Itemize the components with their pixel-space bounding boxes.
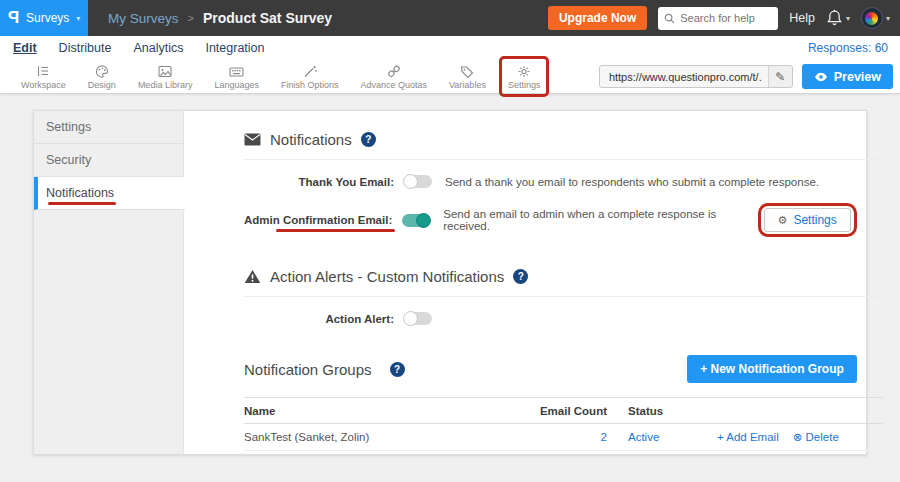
new-notification-group-button[interactable]: + New Notification Group	[687, 355, 857, 383]
toolbar-label: Settings	[508, 80, 541, 90]
delete-circle-icon: ⊗	[793, 430, 803, 444]
sidebar-item-settings[interactable]: Settings	[34, 111, 183, 144]
help-link[interactable]: Help	[789, 11, 815, 25]
help-search[interactable]	[658, 7, 778, 30]
toolbar-label: Advance Quotas	[360, 80, 427, 90]
help-question-icon[interactable]: ?	[361, 132, 376, 147]
chain-links-icon	[386, 64, 402, 79]
group-name: SankTest (Sanket, Zolin)	[244, 431, 497, 443]
top-bar: P Surveys ▾ My Surveys > Product Sat Sur…	[0, 0, 900, 36]
toolbar-workspace[interactable]: Workspace	[10, 60, 77, 94]
edit-toolbar: Workspace Design Media Library Languages…	[0, 60, 900, 94]
workspace-icon	[35, 64, 51, 79]
preview-button[interactable]: Preview	[802, 64, 893, 89]
toolbar-design[interactable]: Design	[77, 60, 127, 94]
delete-link[interactable]: ⊗ Delete	[793, 431, 839, 443]
section-title: Notifications	[270, 131, 352, 148]
help-question-icon[interactable]: ?	[390, 362, 405, 377]
bell-icon	[826, 9, 843, 27]
tab-analytics[interactable]: Analytics	[122, 41, 194, 55]
action-alerts-section-header: Action Alerts - Custom Notifications ?	[244, 268, 883, 285]
toolbar-label: Variables	[449, 80, 486, 90]
table-header-row: Name Email Count Status	[244, 397, 883, 424]
search-icon	[664, 13, 675, 24]
toolbar-languages[interactable]: Languages	[203, 60, 270, 94]
responses-count[interactable]: Responses: 60	[808, 41, 888, 55]
label-text: Admin Confirmation Email:	[244, 214, 392, 226]
settings-sidebar: Settings Security Notifications	[34, 111, 184, 454]
breadcrumb: My Surveys > Product Sat Survey	[108, 10, 332, 26]
chevron-down-icon: ▾	[886, 14, 890, 23]
header-email-count: Email Count	[497, 405, 607, 417]
tab-distribute[interactable]: Distribute	[48, 41, 123, 55]
toolbar-variables[interactable]: Variables	[438, 60, 497, 94]
warning-triangle-icon	[244, 269, 261, 284]
edit-url-pencil-icon[interactable]: ✎	[768, 66, 792, 87]
notifications-content: Notifications ? Thank You Email: Send a …	[184, 111, 891, 454]
toolbar-label: Workspace	[21, 80, 66, 90]
toolbar-finish-options[interactable]: Finish Options	[270, 60, 350, 94]
account-menu[interactable]: ▾	[861, 7, 890, 29]
breadcrumb-my-surveys[interactable]: My Surveys	[108, 11, 179, 26]
table-row: SankTest (Sanket, Zolin) 2 Active + Add …	[244, 424, 883, 451]
toolbar-label: Media Library	[138, 80, 193, 90]
page-title: Product Sat Survey	[203, 10, 332, 26]
action-alert-row: Action Alert:	[244, 312, 883, 325]
upgrade-now-button[interactable]: Upgrade Now	[548, 6, 647, 30]
tab-edit[interactable]: Edit	[2, 41, 48, 55]
toolbar-settings[interactable]: Settings	[497, 60, 552, 94]
help-question-icon[interactable]: ?	[513, 269, 528, 284]
image-icon	[157, 64, 173, 79]
annotation-admin-email-underline	[276, 229, 395, 233]
settings-button-label: Settings	[793, 213, 836, 227]
toggle-knob	[416, 213, 431, 228]
keyboard-icon	[228, 64, 245, 79]
chevron-down-icon: ▾	[846, 14, 850, 23]
palette-icon	[94, 64, 110, 79]
survey-url-text: https://www.questionpro.com/t/.	[600, 71, 768, 83]
toolbar-media-library[interactable]: Media Library	[127, 60, 204, 94]
add-email-link[interactable]: + Add Email	[717, 431, 779, 443]
notification-groups-table: Name Email Count Status SankTest (Sanket…	[244, 397, 883, 451]
search-input[interactable]	[680, 12, 770, 24]
notification-groups-header: Notification Groups ? + New Notification…	[244, 355, 883, 383]
topbar-actions: Upgrade Now Help ▾ ▾	[548, 6, 900, 30]
thank-you-email-toggle[interactable]	[404, 175, 432, 188]
notifications-bell-menu[interactable]: ▾	[826, 9, 850, 27]
toolbar-label: Finish Options	[281, 80, 339, 90]
preview-label: Preview	[834, 70, 881, 84]
chevron-down-icon: ▾	[76, 14, 80, 23]
action-alert-toggle[interactable]	[404, 312, 432, 325]
survey-url-field[interactable]: https://www.questionpro.com/t/. ✎	[599, 65, 793, 88]
admin-confirmation-email-desc: Send an email to admin when a complete r…	[443, 208, 757, 232]
status-link[interactable]: Active	[628, 431, 659, 443]
toolbar-right: https://www.questionpro.com/t/. ✎ Previe…	[599, 64, 893, 89]
sidebar-item-label: Notifications	[46, 186, 114, 200]
gear-icon	[516, 64, 532, 79]
admin-email-settings-button[interactable]: ⚙ Settings	[764, 208, 851, 232]
section-title: Action Alerts - Custom Notifications	[270, 268, 504, 285]
tab-integration[interactable]: Integration	[194, 41, 275, 55]
toggle-knob	[403, 174, 418, 189]
toolbar-advance-quotas[interactable]: Advance Quotas	[349, 60, 438, 94]
admin-confirmation-email-toggle[interactable]	[402, 214, 430, 227]
delete-label: Delete	[806, 431, 839, 443]
section-title: Notification Groups	[244, 361, 372, 378]
survey-nav: Edit Distribute Analytics Integration Re…	[0, 36, 900, 60]
eye-icon	[814, 72, 828, 82]
toggle-knob	[403, 311, 418, 326]
tag-icon	[459, 64, 475, 79]
questionpro-logo-icon: P	[8, 8, 19, 28]
thank-you-email-row: Thank You Email: Send a thank you email …	[244, 175, 883, 188]
sidebar-item-security[interactable]: Security	[34, 144, 183, 177]
sidebar-item-notifications[interactable]: Notifications	[34, 177, 185, 210]
admin-confirmation-email-label: Admin Confirmation Email:	[244, 214, 392, 226]
action-alert-label: Action Alert:	[244, 313, 394, 325]
toolbar-label: Design	[88, 80, 116, 90]
surveys-menu[interactable]: P Surveys ▾	[0, 0, 88, 36]
divider	[244, 296, 883, 297]
annotation-notifications-underline	[48, 202, 116, 206]
annotation-settings-button-box: ⚙ Settings	[758, 203, 857, 237]
breadcrumb-separator: >	[188, 12, 194, 24]
avatar-image	[865, 12, 878, 25]
